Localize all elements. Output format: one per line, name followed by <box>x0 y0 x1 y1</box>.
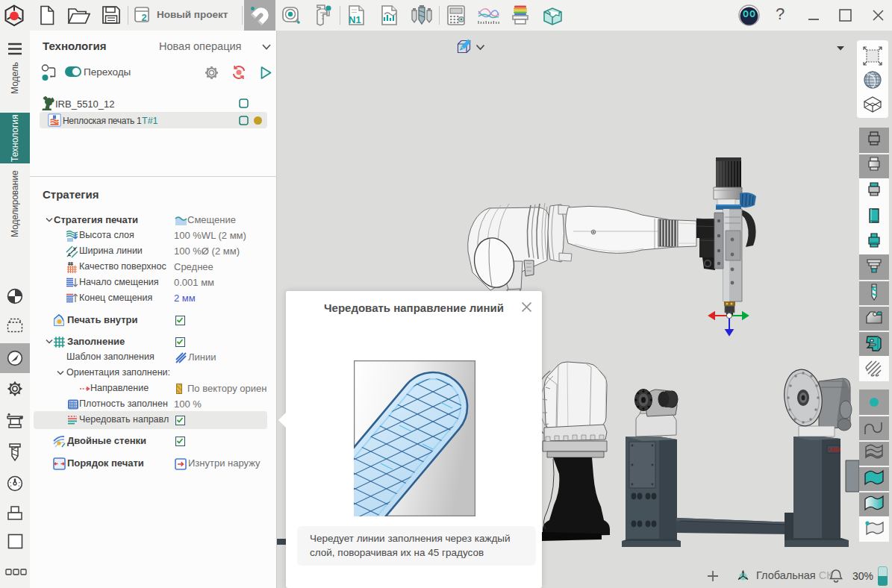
svg-text:ABB: ABB <box>829 446 841 453</box>
svg-text:2: 2 <box>141 12 146 23</box>
svg-text:N1: N1 <box>349 14 361 25</box>
